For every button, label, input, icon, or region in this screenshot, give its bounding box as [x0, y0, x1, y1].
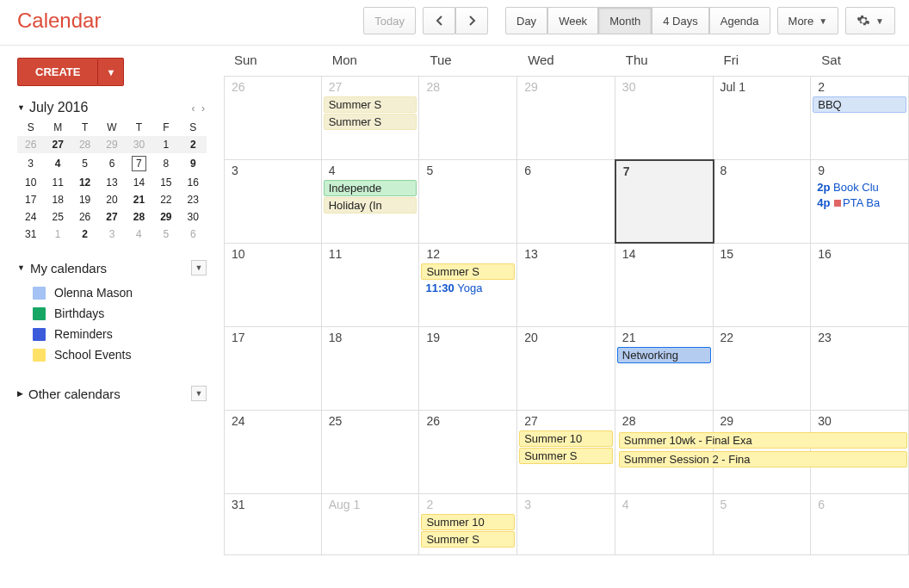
calendar-day-cell[interactable]: 7 [615, 159, 714, 244]
create-dropdown-button[interactable]: ▼ [98, 58, 124, 86]
mini-day[interactable]: 18 [44, 191, 71, 208]
collapse-toggle-icon[interactable]: ▼ [17, 103, 25, 112]
mini-day[interactable]: 22 [152, 191, 179, 208]
calendar-item[interactable]: School Events [17, 344, 207, 365]
calendar-day-cell[interactable]: 2BBQ [811, 77, 909, 159]
mini-day[interactable]: 4 [44, 153, 71, 174]
calendar-day-cell[interactable]: 27Summer SSummer S [322, 77, 420, 159]
event-block[interactable]: Independe [324, 180, 417, 196]
event-block-span[interactable]: Summer 10wk - Final Exa [619, 432, 907, 449]
mini-day[interactable]: 3 [17, 153, 44, 174]
today-button[interactable]: Today [363, 7, 416, 34]
calendar-day-cell[interactable]: 16 [811, 244, 909, 326]
mini-day[interactable]: 15 [152, 174, 179, 191]
mini-day[interactable]: 12 [71, 174, 98, 191]
calendar-day-cell[interactable]: 19 [419, 327, 517, 410]
calendar-day-cell[interactable]: 5 [714, 494, 812, 554]
mini-day[interactable]: 25 [44, 208, 71, 226]
calendar-day-cell[interactable]: 5 [419, 160, 517, 243]
mini-day[interactable]: 1 [44, 226, 71, 243]
expand-toggle-icon[interactable]: ▶ [17, 389, 23, 398]
mini-day[interactable]: 14 [126, 174, 152, 191]
mini-day[interactable]: 5 [152, 226, 179, 243]
calendar-day-cell[interactable]: 3 [517, 494, 615, 554]
calendar-day-cell[interactable]: 92p Book Clu4p PTA Ba [811, 160, 909, 243]
calendar-day-cell[interactable]: 25 [322, 411, 420, 493]
calendar-day-cell[interactable]: 23 [811, 327, 909, 410]
event-block[interactable]: BBQ [813, 96, 906, 113]
view-agenda-button[interactable]: Agenda [709, 7, 770, 34]
mini-prev-button[interactable]: ‹ [189, 102, 196, 115]
calendar-day-cell[interactable]: 4IndependeHoliday (In [322, 160, 420, 243]
calendar-day-cell[interactable]: 21Networking [615, 327, 714, 410]
mini-day[interactable]: 13 [98, 174, 125, 191]
calendar-day-cell[interactable]: 8 [714, 160, 812, 243]
calendar-item[interactable]: Birthdays [17, 303, 207, 324]
mini-day[interactable]: 29 [152, 208, 179, 226]
event-timed[interactable]: 11:30 Yoga [421, 281, 515, 295]
more-button[interactable]: More▼ [777, 7, 839, 34]
mini-day[interactable]: 11 [44, 174, 71, 191]
event-block[interactable]: Networking [617, 347, 711, 363]
mini-next-button[interactable]: › [200, 102, 207, 115]
mini-day[interactable]: 28 [71, 136, 98, 153]
mini-day[interactable]: 27 [44, 136, 71, 153]
my-calendars-menu-button[interactable]: ▼ [191, 260, 207, 275]
mini-day[interactable]: 16 [180, 174, 207, 191]
calendar-day-cell[interactable]: 24 [224, 411, 322, 493]
calendar-day-cell[interactable]: 29 [517, 77, 615, 159]
calendar-day-cell[interactable]: 15 [714, 244, 812, 326]
mini-day[interactable]: 26 [71, 208, 98, 226]
view-week-button[interactable]: Week [547, 7, 598, 34]
collapse-toggle-icon[interactable]: ▼ [17, 263, 25, 272]
event-timed[interactable]: 2p Book Clu [813, 180, 906, 195]
calendar-day-cell[interactable]: 28 [419, 77, 517, 159]
mini-day[interactable]: 6 [98, 153, 125, 174]
event-block[interactable]: Summer S [421, 531, 515, 548]
calendar-day-cell[interactable]: 14 [615, 244, 714, 326]
calendar-day-cell[interactable]: Aug 1 [322, 494, 420, 554]
mini-day[interactable]: 30 [126, 136, 152, 153]
calendar-day-cell[interactable]: 22 [714, 327, 812, 410]
mini-day[interactable]: 31 [17, 226, 44, 243]
mini-day[interactable]: 17 [17, 191, 44, 208]
calendar-day-cell[interactable]: 11 [322, 244, 420, 326]
calendar-day-cell[interactable]: 6 [811, 494, 909, 554]
calendar-item[interactable]: Reminders [17, 324, 207, 344]
mini-day[interactable]: 27 [98, 208, 125, 226]
event-block[interactable]: Summer S [324, 114, 417, 130]
mini-day[interactable]: 2 [71, 226, 98, 243]
mini-day[interactable]: 9 [180, 153, 207, 174]
calendar-day-cell[interactable]: 17 [224, 327, 322, 410]
view-4days-button[interactable]: 4 Days [652, 7, 708, 34]
mini-day[interactable]: 21 [126, 191, 152, 208]
calendar-day-cell[interactable]: 12Summer S11:30 Yoga [419, 244, 517, 326]
mini-day[interactable]: 30 [180, 208, 207, 226]
event-block[interactable]: Summer S [519, 448, 613, 464]
view-month-button[interactable]: Month [598, 7, 652, 34]
mini-day[interactable]: 10 [17, 174, 44, 191]
calendar-day-cell[interactable]: 26 [419, 411, 517, 493]
view-day-button[interactable]: Day [505, 7, 547, 34]
calendar-day-cell[interactable]: 18 [322, 327, 420, 410]
mini-day[interactable]: 19 [71, 191, 98, 208]
event-block[interactable]: Holiday (In [324, 197, 417, 214]
event-block[interactable]: Summer S [324, 96, 417, 113]
mini-day[interactable]: 24 [17, 208, 44, 226]
mini-day[interactable]: 28 [126, 208, 152, 226]
mini-day[interactable]: 26 [17, 136, 44, 153]
create-button[interactable]: CREATE [17, 58, 98, 86]
calendar-item[interactable]: Olenna Mason [17, 282, 207, 303]
mini-day[interactable]: 8 [152, 153, 179, 174]
mini-day[interactable]: 3 [98, 226, 125, 243]
calendar-day-cell[interactable]: 27Summer 10Summer S [517, 411, 615, 493]
calendar-day-cell[interactable]: 20 [517, 327, 615, 410]
calendar-day-cell[interactable]: 30 [615, 77, 714, 159]
settings-button[interactable]: ▼ [845, 7, 895, 34]
mini-day[interactable]: 23 [180, 191, 207, 208]
calendar-day-cell[interactable]: 31 [224, 494, 322, 554]
other-calendars-menu-button[interactable]: ▼ [191, 386, 207, 401]
mini-day[interactable]: 6 [180, 226, 207, 243]
event-block[interactable]: Summer 10 [421, 514, 515, 530]
mini-day[interactable]: 7 [126, 153, 152, 174]
